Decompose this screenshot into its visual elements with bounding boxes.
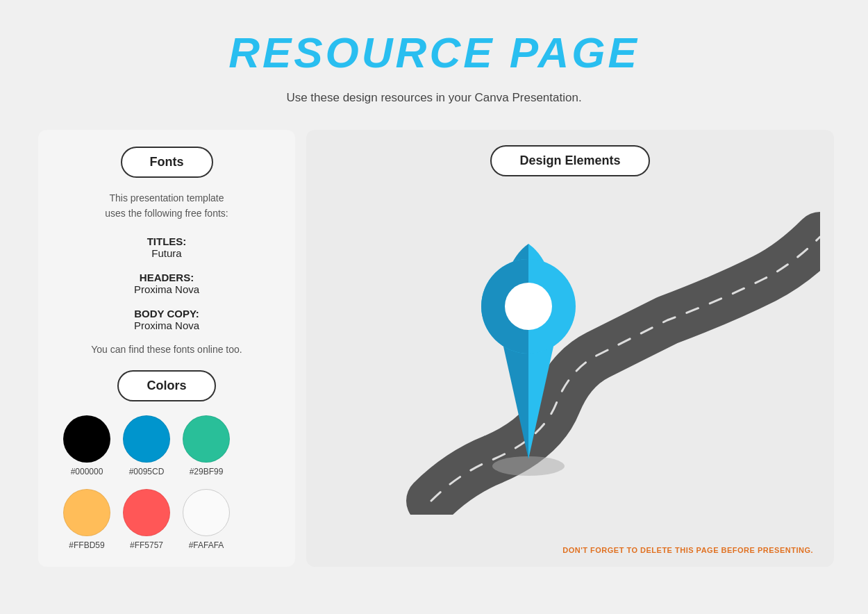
color-swatch-blue: #0095CD <box>123 415 170 476</box>
color-hex-blue: #0095CD <box>129 467 165 476</box>
fonts-section-label: Fonts <box>52 147 281 178</box>
design-elements-label: Design Elements <box>306 145 834 176</box>
font-entry-headers: HEADERS: Proxima Nova <box>52 272 281 295</box>
color-circle-red <box>123 489 170 536</box>
color-swatch-green: #29BF99 <box>183 415 230 476</box>
main-content: Fonts This presentation template uses th… <box>38 130 830 567</box>
design-elements-label-box: Design Elements <box>490 145 649 176</box>
font-desc-line1: This presentation template <box>110 192 224 204</box>
font-entry-body: BODY COPY: Proxima Nova <box>52 308 281 331</box>
page-header: RESOURCE PAGE Use these design resources… <box>228 28 640 105</box>
font-desc-line2: uses the following free fonts: <box>105 208 228 219</box>
color-circle-green <box>183 415 230 463</box>
color-circle-black <box>63 415 110 463</box>
color-swatch-yellow: #FFBD59 <box>63 489 110 550</box>
font-label-headers: HEADERS: <box>52 272 281 283</box>
font-value-body: Proxima Nova <box>52 320 281 331</box>
color-hex-black: #000000 <box>71 467 103 476</box>
page-title: RESOURCE PAGE <box>228 28 640 77</box>
left-panel: Fonts This presentation template uses th… <box>38 130 295 567</box>
svg-point-0 <box>492 456 565 476</box>
svg-point-2 <box>505 283 552 330</box>
color-swatch-black: #000000 <box>63 415 110 476</box>
footer-note: DON'T FORGET TO DELETE THIS PAGE BEFORE … <box>562 546 813 554</box>
color-hex-yellow: #FFBD59 <box>69 540 104 550</box>
font-description: This presentation template uses the foll… <box>52 190 281 222</box>
font-value-titles: Futura <box>52 247 281 259</box>
color-hex-green: #29BF99 <box>190 467 224 476</box>
color-hex-white: #FAFAFA <box>189 540 224 550</box>
color-swatches: #000000 #0095CD #29BF99 #FFBD59 #FF5757 … <box>52 415 281 550</box>
design-elements-svg <box>320 181 820 515</box>
color-hex-red: #FF5757 <box>130 540 163 550</box>
color-circle-white <box>183 489 230 536</box>
page-subtitle: Use these design resources in your Canva… <box>228 91 640 105</box>
design-elements-container <box>320 144 820 553</box>
font-entry-titles: TITLES: Futura <box>52 235 281 259</box>
font-note: You can find these fonts online too. <box>52 344 281 355</box>
color-swatch-white: #FAFAFA <box>183 489 230 550</box>
font-value-headers: Proxima Nova <box>52 283 281 295</box>
colors-section-label: Colors <box>52 370 281 401</box>
color-swatch-red: #FF5757 <box>123 489 170 550</box>
color-circle-blue <box>123 415 170 463</box>
colors-label-box: Colors <box>117 370 215 401</box>
color-circle-yellow <box>63 489 110 536</box>
font-label-body: BODY COPY: <box>52 308 281 320</box>
road-group <box>431 237 820 501</box>
font-label-titles: TITLES: <box>52 235 281 247</box>
right-panel: Design Elements <box>306 130 834 567</box>
fonts-label-box: Fonts <box>121 147 213 178</box>
